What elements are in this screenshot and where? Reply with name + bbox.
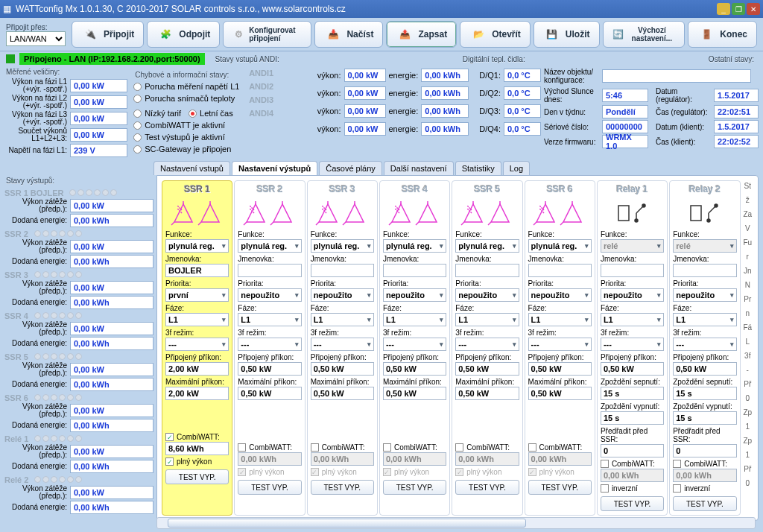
phase-select[interactable]: L1 (601, 313, 664, 326)
invert-row[interactable]: inverzní (601, 484, 664, 493)
combiwatt-row[interactable]: CombiWATT: (238, 443, 301, 452)
phase-select[interactable]: L1 (383, 313, 446, 326)
delay-on-input[interactable]: 15 s (601, 387, 664, 400)
prio-select[interactable]: nepoužito (528, 288, 592, 302)
phase-select[interactable]: L1 (238, 313, 301, 326)
phase-select[interactable]: L1 (165, 313, 229, 326)
func-select[interactable]: plynulá reg. (455, 239, 519, 253)
combiwatt-row[interactable]: CombiWATT: (383, 443, 446, 452)
func-select[interactable]: relé (601, 239, 664, 253)
full-power-row[interactable]: ✓plný výkon (383, 468, 446, 476)
func-select[interactable]: relé (673, 239, 736, 253)
combiwatt-row[interactable]: ✓CombiWATT: (165, 433, 229, 441)
name-input[interactable] (238, 264, 301, 277)
conn-power-input[interactable]: 0,50 kW (455, 362, 519, 376)
phase-select[interactable]: L1 (311, 313, 374, 326)
name-input[interactable] (383, 264, 446, 277)
name-input[interactable] (528, 264, 592, 277)
delay-off-input[interactable]: 15 s (601, 411, 664, 425)
horizontal-scrollbar[interactable] (156, 517, 756, 529)
mode3f-select[interactable]: --- (238, 338, 301, 351)
prio-select[interactable]: nepoužito (238, 288, 301, 302)
conn-power-input[interactable]: 0,50 kW (238, 362, 301, 376)
combiwatt-row[interactable]: CombiWATT: (673, 460, 736, 468)
save-button[interactable]: 💾Uložit (534, 21, 600, 48)
func-select[interactable]: plynulá reg. (238, 239, 301, 253)
tab-0[interactable]: Nastavení vstupů (153, 161, 230, 175)
prio-select[interactable]: nepoužito (673, 288, 736, 302)
max-power-input[interactable]: 0,50 kW (383, 387, 446, 400)
prio-select[interactable]: první (165, 288, 229, 302)
name-input[interactable] (673, 264, 736, 277)
combiwatt-row[interactable]: CombiWATT: (528, 443, 592, 452)
full-power-row[interactable]: ✓plný výkon (455, 468, 519, 476)
test-button[interactable]: TEST VYP. (455, 480, 519, 495)
tab-2[interactable]: Časové plány (319, 161, 382, 175)
prio-select[interactable]: nepoužito (455, 288, 519, 302)
write-button[interactable]: 📤Zapsat (386, 21, 457, 48)
test-button[interactable]: TEST VYP. (165, 469, 229, 484)
tab-3[interactable]: Další nastavení (384, 161, 454, 175)
combiwatt-row[interactable]: CombiWATT: (601, 460, 664, 468)
name-input[interactable] (455, 264, 519, 277)
full-power-row[interactable]: ✓plný výkon (238, 468, 301, 476)
func-select[interactable]: plynulá reg. (165, 239, 229, 253)
name-input[interactable] (311, 264, 374, 277)
test-button[interactable]: TEST VYP. (238, 480, 301, 495)
prio-select[interactable]: nepoužito (601, 288, 664, 302)
prio-select[interactable]: nepoužito (311, 288, 374, 302)
tab-1[interactable]: Nastavení výstupů (232, 161, 317, 175)
test-button[interactable]: TEST VYP. (673, 496, 736, 511)
mode3f-select[interactable]: --- (528, 338, 592, 351)
restore-button[interactable]: ❐ (732, 3, 745, 15)
tab-4[interactable]: Statistiky (455, 161, 501, 175)
full-power-row[interactable]: ✓plný výkon (528, 468, 592, 476)
phase-select[interactable]: L1 (528, 313, 592, 326)
phase-select[interactable]: L1 (673, 313, 736, 326)
close-button[interactable]: ✕ (747, 3, 760, 15)
phase-select[interactable]: L1 (455, 313, 519, 326)
scrollbar-thumb[interactable] (168, 519, 526, 528)
conn-power-input[interactable]: 0,50 kW (383, 362, 446, 376)
mode3f-select[interactable]: --- (673, 338, 736, 351)
func-select[interactable]: plynulá reg. (528, 239, 592, 253)
max-power-input[interactable]: 0,50 kW (528, 387, 592, 400)
test-button[interactable]: TEST VYP. (383, 480, 446, 495)
full-power-row[interactable]: ✓plný výkon (165, 457, 229, 466)
conn-power-input[interactable]: 0,50 kW (528, 362, 592, 376)
prio-select[interactable]: nepoužito (383, 288, 446, 302)
mode3f-select[interactable]: --- (165, 338, 229, 351)
before-ssr-input[interactable]: 0 (673, 444, 736, 457)
disconnect-button[interactable]: 🧩Odpojit (147, 21, 220, 48)
test-button[interactable]: TEST VYP. (311, 480, 374, 495)
test-button[interactable]: TEST VYP. (601, 496, 664, 511)
exit-button[interactable]: 🚪Konec (688, 21, 757, 48)
conn-power-input[interactable]: 0,50 kW (673, 362, 736, 376)
max-power-input[interactable]: 0,50 kW (455, 387, 519, 400)
mode3f-select[interactable]: --- (383, 338, 446, 351)
mode3f-select[interactable]: --- (601, 338, 664, 351)
connection-mode-select[interactable]: LAN/WAN (6, 31, 66, 46)
max-power-input[interactable]: 0,50 kW (238, 387, 301, 400)
func-select[interactable]: plynulá reg. (311, 239, 374, 253)
conn-power-input[interactable]: 0,50 kW (601, 362, 664, 376)
name-input[interactable] (601, 264, 664, 277)
invert-row[interactable]: inverzní (673, 484, 736, 493)
test-button[interactable]: TEST VYP. (528, 480, 592, 495)
delay-off-input[interactable]: 15 s (673, 411, 736, 425)
defaults-button[interactable]: 🔄Výchozí nastavení... (603, 21, 686, 48)
combiwatt-row[interactable]: CombiWATT: (455, 443, 519, 452)
mode3f-select[interactable]: --- (455, 338, 519, 351)
delay-on-input[interactable]: 15 s (673, 387, 736, 400)
read-button[interactable]: 📥Načíst (314, 21, 383, 48)
mode3f-select[interactable]: --- (311, 338, 374, 351)
combiwatt-input[interactable]: 8,60 kWh (165, 442, 229, 455)
full-power-row[interactable]: ✓plný výkon (311, 468, 374, 476)
tab-5[interactable]: Log (503, 161, 530, 175)
minimize-button[interactable]: _ (717, 3, 730, 15)
max-power-input[interactable]: 0,50 kW (311, 387, 374, 400)
open-button[interactable]: 📂Otevřít (460, 21, 531, 48)
func-select[interactable]: plynulá reg. (383, 239, 446, 253)
obj-name-field[interactable] (602, 69, 751, 83)
conn-power-input[interactable]: 2,00 kW (165, 362, 229, 376)
